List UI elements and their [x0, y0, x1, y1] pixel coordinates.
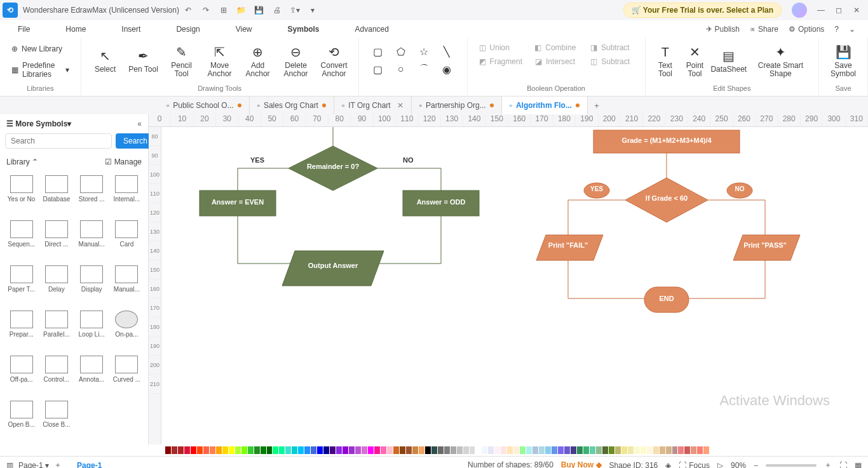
color-swatch[interactable]	[330, 446, 336, 454]
shape-rect[interactable]: ▢	[369, 44, 387, 58]
more-symbols-label[interactable]: More Symbols	[15, 119, 67, 128]
save-icon[interactable]: 💾	[250, 1, 268, 19]
box-grade[interactable]: Grade = (M1+M2+M3+M4)/4	[593, 137, 740, 144]
color-swatch[interactable]	[400, 446, 405, 454]
open-icon[interactable]: 📁	[233, 1, 250, 19]
share-button[interactable]: ∝ Share	[750, 25, 778, 34]
color-swatch[interactable]	[513, 446, 519, 454]
color-swatch[interactable]	[267, 446, 273, 454]
manage-button[interactable]: ☑ Manage	[105, 157, 142, 166]
focus-button[interactable]: ⛶ Focus	[679, 461, 710, 469]
undo-icon[interactable]: ↶	[179, 1, 197, 19]
color-swatch[interactable]	[647, 446, 653, 454]
library-shape[interactable]: Off-pa...	[5, 356, 37, 394]
color-swatch[interactable]	[451, 446, 456, 454]
color-swatch[interactable]	[545, 446, 551, 454]
color-swatch[interactable]	[703, 446, 709, 454]
menu-view[interactable]: View	[231, 22, 257, 36]
library-shape[interactable]: Parallel...	[40, 311, 72, 349]
color-swatch[interactable]	[602, 446, 608, 454]
color-swatch[interactable]	[406, 446, 412, 454]
pencil-tool[interactable]: ✎Pencil Tool	[164, 41, 200, 83]
menu-home[interactable]: Home	[60, 22, 91, 36]
color-swatch[interactable]	[216, 446, 222, 454]
avatar[interactable]	[792, 3, 807, 18]
color-swatch[interactable]	[628, 446, 634, 454]
library-label[interactable]: Library ⌃	[6, 157, 38, 166]
color-swatch[interactable]	[621, 446, 627, 454]
dropdown-icon[interactable]: ▾	[304, 1, 322, 19]
color-swatch[interactable]	[520, 446, 526, 454]
add-anchor-tool[interactable]: ⊕Add Anchor	[240, 41, 276, 83]
color-swatch[interactable]	[323, 446, 329, 454]
color-swatch[interactable]	[222, 446, 228, 454]
select-tool[interactable]: ↖Select	[88, 41, 123, 83]
text-tool[interactable]: TText Tool	[652, 41, 679, 83]
menu-symbols[interactable]: Symbols	[283, 22, 325, 36]
shape-pentagon[interactable]: ⬠	[392, 44, 410, 58]
shape-star[interactable]: ☆	[415, 44, 433, 58]
color-swatch[interactable]	[203, 446, 209, 454]
color-swatch[interactable]	[615, 446, 621, 454]
color-swatch[interactable]	[393, 446, 399, 454]
color-swatch[interactable]	[355, 446, 361, 454]
color-swatch[interactable]	[507, 446, 513, 454]
color-swatch[interactable]	[444, 446, 450, 454]
color-swatch[interactable]	[501, 446, 506, 454]
library-shape[interactable]: Close B...	[40, 401, 72, 439]
color-swatch[interactable]	[526, 446, 532, 454]
color-swatch[interactable]	[488, 446, 494, 454]
library-shape[interactable]: Sequen...	[5, 220, 37, 259]
box-even[interactable]: Answer = EVEN	[200, 198, 276, 206]
library-shape[interactable]: Stored ...	[76, 175, 108, 214]
color-swatch[interactable]	[596, 446, 602, 454]
shape-line[interactable]: ╲	[438, 44, 456, 58]
color-swatch[interactable]	[235, 446, 241, 454]
export-icon[interactable]: ⇪▾	[286, 1, 304, 19]
box-end[interactable]: END	[644, 295, 689, 302]
library-shape[interactable]: Manual...	[76, 220, 108, 259]
color-swatch[interactable]	[609, 446, 614, 454]
color-swatch[interactable]	[285, 446, 291, 454]
color-swatch[interactable]	[412, 446, 418, 454]
layers-icon[interactable]: ◈	[665, 461, 671, 469]
shape-roundrect[interactable]: ▢	[369, 62, 387, 76]
delete-anchor-tool[interactable]: ⊖Delete Anchor	[278, 41, 314, 83]
color-swatch[interactable]	[381, 446, 386, 454]
color-swatch[interactable]	[590, 446, 595, 454]
zoom-in-icon[interactable]: ＋	[824, 460, 832, 468]
maximize-icon[interactable]: ◻	[830, 1, 848, 19]
color-swatch[interactable]	[463, 446, 469, 454]
color-swatch[interactable]	[197, 446, 203, 454]
color-swatch[interactable]	[261, 446, 266, 454]
redo-icon[interactable]: ↷	[197, 1, 215, 19]
chevron-down-icon[interactable]: ⌄	[849, 25, 855, 34]
union-button[interactable]: ◫ Union	[474, 41, 527, 55]
color-swatch[interactable]	[304, 446, 310, 454]
color-swatch[interactable]	[653, 446, 659, 454]
zoom-slider[interactable]	[766, 464, 817, 467]
pen-tool[interactable]: ✒Pen Tool	[126, 41, 161, 83]
combine-button[interactable]: ◧ Combine	[529, 41, 583, 55]
new-icon[interactable]: ⊞	[215, 1, 233, 19]
search-input[interactable]	[5, 133, 112, 149]
doc-tab[interactable]: ▫Sales Org Chart	[250, 97, 334, 114]
close-icon[interactable]: ✕	[848, 1, 865, 19]
shape-arc[interactable]: ⌒	[415, 62, 433, 76]
menu-design[interactable]: Design	[171, 22, 205, 36]
library-shape[interactable]: Internal...	[111, 175, 143, 214]
color-swatch[interactable]	[475, 446, 481, 454]
color-swatch[interactable]	[660, 446, 665, 454]
color-swatch[interactable]	[374, 446, 380, 454]
shape-circle[interactable]: ○	[392, 62, 410, 76]
fragment-button[interactable]: ◩ Fragment	[474, 55, 527, 69]
play-icon[interactable]: ▷	[717, 461, 723, 469]
library-shape[interactable]: Annota...	[76, 356, 108, 394]
color-swatch[interactable]	[419, 446, 424, 454]
box-pass[interactable]: Print "PASS"	[736, 241, 794, 249]
library-shape[interactable]: Curved ...	[111, 356, 143, 394]
color-swatch[interactable]	[564, 446, 570, 454]
library-shape[interactable]: Control...	[40, 356, 72, 394]
color-swatch[interactable]	[558, 446, 564, 454]
shape-spiral[interactable]: ◉	[438, 62, 456, 76]
